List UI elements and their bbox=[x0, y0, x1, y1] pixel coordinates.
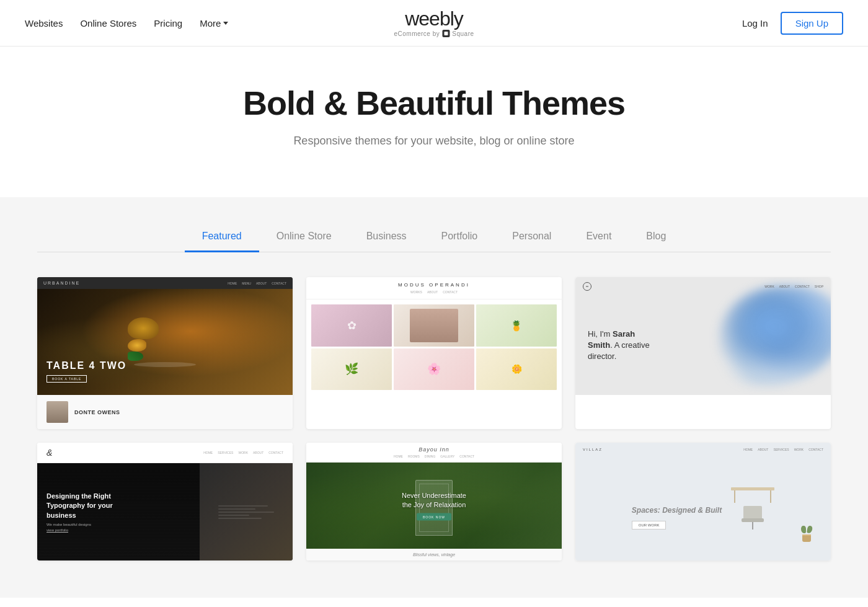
nav-online-stores[interactable]: Online Stores bbox=[80, 18, 136, 29]
modus-nav: WORKS ABOUT CONTACT bbox=[314, 290, 554, 294]
modus-grid-item-2 bbox=[394, 304, 474, 347]
desk-leg-right bbox=[770, 490, 771, 503]
theme-card-bayou[interactable]: Bayou Inn HOME ROOMS DINING GALLERY CONT… bbox=[306, 443, 562, 560]
tab-business[interactable]: Business bbox=[349, 222, 424, 252]
food-item-2 bbox=[128, 339, 146, 352]
bayou-tagline: Blissful views, vintage bbox=[314, 552, 554, 557]
theme-preview-modus: MODUS OPERANDI WORKS ABOUT CONTACT bbox=[306, 277, 562, 395]
bayou-brand: Bayou Inn bbox=[314, 446, 554, 453]
mline-5 bbox=[218, 518, 262, 519]
signup-button[interactable]: Sign Up bbox=[781, 12, 843, 35]
spaces-heading: Spaces: Designed & Built bbox=[632, 506, 722, 516]
spaces-text: Spaces: Designed & Built OUR WORK bbox=[632, 506, 722, 529]
hero-title: Bold & Beautiful Themes bbox=[12, 84, 856, 122]
theme-tabs: Featured Online Store Business Portfolio… bbox=[37, 222, 831, 252]
plant-pot bbox=[802, 534, 811, 542]
login-button[interactable]: Log In bbox=[742, 18, 768, 29]
theme-card-modus[interactable]: MODUS OPERANDI WORKS ABOUT CONTACT bbox=[306, 277, 562, 429]
tab-blog[interactable]: Blog bbox=[629, 222, 683, 252]
sarah-text: Hi, I'm SarahSmith. A creativedirector. bbox=[575, 319, 662, 372]
theme-preview-urbandine: URBANDINE HOME MENU ABOUT CONTACT bbox=[37, 277, 293, 395]
ampersand-heading: Designing the Right Typography for your … bbox=[46, 492, 127, 520]
bayou-text: Never Underestimatethe Joy of Relaxation… bbox=[402, 490, 466, 521]
machinery-lines bbox=[218, 505, 274, 519]
spaces-cta: OUR WORK bbox=[632, 521, 666, 529]
nav-right: Log In Sign Up bbox=[742, 12, 843, 35]
bayou-footer: Blissful views, vintage bbox=[306, 549, 562, 560]
spaces-furniture bbox=[731, 487, 774, 529]
bayou-hero: Never Underestimatethe Joy of Relaxation… bbox=[306, 463, 562, 549]
spaces-nav: HOME ABOUT SERVICES WORK CONTACT bbox=[743, 448, 823, 451]
modus-photo-grid bbox=[306, 299, 562, 395]
theme-card-sarah[interactable]: WORK ABOUT CONTACT SHOP Hi, I'm SarahSmi… bbox=[575, 277, 831, 429]
desk-leg-left bbox=[734, 490, 735, 503]
theme-preview-ampersand: & HOME SERVICES WORK ABOUT CONTACT Desig… bbox=[37, 443, 293, 560]
modus-grid-item-4 bbox=[311, 348, 392, 391]
ampersand-sub: We make beautiful designs bbox=[46, 523, 127, 526]
themes-section: Featured Online Store Business Portfolio… bbox=[0, 197, 868, 598]
watercolor-decoration bbox=[719, 286, 831, 385]
nav-left: Websites Online Stores Pricing More bbox=[25, 18, 228, 29]
sarah-greeting: Hi, I'm SarahSmith. A creativedirector. bbox=[588, 329, 650, 363]
food-item-3 bbox=[128, 352, 143, 361]
bayou-header: Bayou Inn HOME ROOMS DINING GALLERY CONT… bbox=[306, 443, 562, 463]
modus-grid-item-3 bbox=[476, 304, 557, 347]
header: Websites Online Stores Pricing More weeb… bbox=[0, 0, 868, 47]
spaces-brand: Villaz bbox=[583, 448, 603, 451]
square-icon bbox=[442, 30, 450, 37]
spaces-content: Spaces: Designed & Built OUR WORK bbox=[582, 487, 825, 529]
sarah-header: WORK ABOUT CONTACT SHOP bbox=[575, 277, 831, 296]
urbandine-cta: BOOK A TABLE bbox=[46, 375, 87, 383]
nav-websites[interactable]: Websites bbox=[25, 18, 63, 29]
ampersand-cta: view portfolio bbox=[46, 528, 127, 532]
urbandine-hero: TABLE 4 TWO BOOK A TABLE bbox=[37, 289, 293, 395]
ampersand-text: Designing the Right Typography for your … bbox=[46, 492, 127, 532]
urbandine-footer: DONTE OWENS bbox=[37, 395, 293, 429]
theme-preview-sarah: WORK ABOUT CONTACT SHOP Hi, I'm SarahSmi… bbox=[575, 277, 831, 395]
logo[interactable]: weebly eCommerce by Square bbox=[394, 9, 474, 37]
nav-pricing[interactable]: Pricing bbox=[154, 18, 182, 29]
plant-leaf-1 bbox=[801, 526, 806, 533]
urbandine-heading: TABLE 4 TWO bbox=[46, 360, 126, 371]
logo-sub: eCommerce by Square bbox=[394, 30, 474, 37]
tab-featured[interactable]: Featured bbox=[185, 222, 259, 252]
nav-more[interactable]: More bbox=[200, 18, 228, 29]
tab-portfolio[interactable]: Portfolio bbox=[424, 222, 495, 252]
modus-grid-item-1 bbox=[311, 304, 392, 347]
chef-avatar bbox=[46, 401, 68, 423]
chair-back bbox=[743, 506, 762, 518]
theme-card-ampersand[interactable]: & HOME SERVICES WORK ABOUT CONTACT Desig… bbox=[37, 443, 293, 560]
food-detail bbox=[128, 317, 202, 367]
theme-card-spaces[interactable]: Villaz HOME ABOUT SERVICES WORK CONTACT bbox=[575, 443, 831, 560]
chair-leg bbox=[752, 522, 753, 529]
themes-grid: URBANDINE HOME MENU ABOUT CONTACT bbox=[37, 277, 831, 560]
spaces-header: Villaz HOME ABOUT SERVICES WORK CONTACT bbox=[575, 443, 831, 456]
dropdown-arrow-icon bbox=[223, 22, 228, 25]
ampersand-logo: & bbox=[46, 448, 52, 458]
tab-personal[interactable]: Personal bbox=[495, 222, 569, 252]
modus-header: MODUS OPERANDI WORKS ABOUT CONTACT bbox=[306, 277, 562, 299]
mline-3 bbox=[218, 512, 274, 513]
bayou-nav: HOME ROOMS DINING GALLERY CONTACT bbox=[314, 454, 554, 458]
plant-leaf-2 bbox=[807, 525, 813, 533]
ampersand-header: & HOME SERVICES WORK ABOUT CONTACT bbox=[37, 443, 293, 463]
theme-preview-spaces: Villaz HOME ABOUT SERVICES WORK CONTACT bbox=[575, 443, 831, 560]
sarah-content: Hi, I'm SarahSmith. A creativedirector. bbox=[575, 296, 831, 395]
urbandine-title: TABLE 4 TWO BOOK A TABLE bbox=[46, 360, 126, 383]
plant-leaves bbox=[801, 526, 812, 533]
mline-4 bbox=[218, 515, 249, 516]
sarah-nav: WORK ABOUT CONTACT SHOP bbox=[764, 285, 823, 288]
mline-1 bbox=[218, 505, 268, 507]
tab-event[interactable]: Event bbox=[569, 222, 629, 252]
chef-avatar-img bbox=[46, 401, 68, 423]
theme-preview-bayou: Bayou Inn HOME ROOMS DINING GALLERY CONT… bbox=[306, 443, 562, 560]
bayou-cta: BOOK NOW bbox=[417, 513, 451, 521]
hero-subtitle: Responsive themes for your website, blog… bbox=[12, 135, 856, 148]
chair bbox=[742, 506, 764, 529]
urbandine-nav: HOME MENU ABOUT CONTACT bbox=[228, 281, 286, 285]
modus-grid-item-5 bbox=[394, 348, 474, 391]
tab-online-store[interactable]: Online Store bbox=[259, 222, 349, 252]
ampersand-hero: Designing the Right Typography for your … bbox=[37, 463, 293, 560]
urbandine-brand: URBANDINE bbox=[43, 281, 80, 285]
theme-card-urbandine[interactable]: URBANDINE HOME MENU ABOUT CONTACT bbox=[37, 277, 293, 429]
